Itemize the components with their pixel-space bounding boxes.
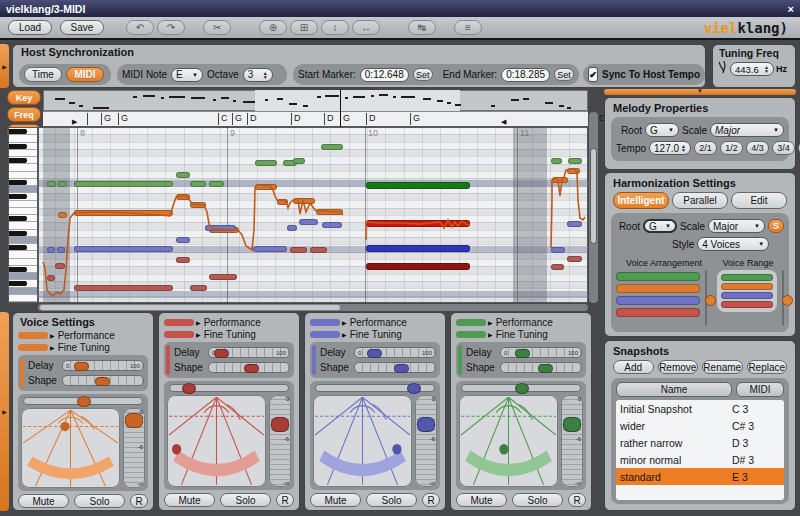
vibrato-display[interactable]: [459, 395, 558, 487]
piano-keyboard[interactable]: [8, 127, 38, 303]
performance-expander[interactable]: ▶Performance: [18, 330, 148, 340]
pan-knob[interactable]: [407, 383, 421, 394]
piano-key[interactable]: [9, 193, 37, 200]
pan-slider[interactable]: [23, 397, 143, 405]
name-column-header[interactable]: Name: [616, 382, 732, 397]
voice-bar[interactable]: [721, 274, 773, 281]
undo-icon[interactable]: ↶: [126, 20, 154, 35]
tempo-stepper[interactable]: 127.0▲▼: [649, 141, 691, 155]
delay-slider[interactable]: 0100: [354, 347, 436, 358]
piano-key[interactable]: [9, 259, 37, 266]
volume-fader[interactable]: 0-6-∞: [561, 395, 583, 487]
performance-expander[interactable]: ▶Performance: [456, 317, 586, 327]
pan-knob[interactable]: [77, 396, 91, 407]
split-tool-icon[interactable]: ↹: [408, 20, 436, 35]
black-key[interactable]: [9, 158, 27, 163]
arrangement-spread-slider[interactable]: [705, 270, 707, 326]
piano-key[interactable]: [9, 215, 37, 222]
voice-bar[interactable]: [616, 308, 700, 317]
vibrato-display[interactable]: [167, 395, 266, 487]
piano-key[interactable]: [9, 208, 37, 215]
tempo-ratio-2-1[interactable]: 2/1: [694, 141, 717, 155]
mute-button[interactable]: Mute: [164, 493, 215, 507]
time-mode-button[interactable]: Time: [24, 67, 62, 82]
tab-freq[interactable]: Freq: [7, 107, 41, 122]
voice-range-display[interactable]: [717, 270, 777, 312]
horizontal-scrollbar[interactable]: [38, 304, 588, 311]
start-marker-value[interactable]: 0:12.648: [360, 68, 409, 82]
playhead-cursor[interactable]: [340, 90, 341, 127]
fader-knob[interactable]: [125, 413, 143, 428]
solo-button[interactable]: Solo: [366, 493, 417, 507]
add-snapshot-button[interactable]: Add: [613, 360, 654, 374]
cut-icon[interactable]: ✂: [203, 20, 231, 35]
snapshot-row[interactable]: rather narrowD 3: [616, 434, 784, 451]
save-button[interactable]: Save: [60, 20, 104, 35]
midi-note-select[interactable]: E▼: [171, 68, 203, 82]
snapshot-row[interactable]: widerC# 3: [616, 417, 784, 434]
end-marker-value[interactable]: 0:18.285: [501, 68, 550, 82]
voice-reset-button[interactable]: R: [130, 494, 148, 508]
vibrato-display[interactable]: [21, 408, 120, 488]
piano-roll-grid[interactable]: 891011: [38, 127, 588, 303]
vibrato-display[interactable]: [313, 395, 412, 487]
expand-arrow-icon[interactable]: ▶: [342, 331, 347, 338]
pan-knob[interactable]: [515, 383, 529, 394]
piano-key[interactable]: [9, 150, 37, 157]
piano-key[interactable]: [9, 222, 37, 229]
fine-tuning-expander[interactable]: ▶Fine Tuning: [456, 329, 586, 339]
fader-knob[interactable]: [563, 417, 581, 432]
piano-key[interactable]: [9, 288, 37, 295]
voice-reset-button[interactable]: R: [568, 493, 586, 507]
voice-bar[interactable]: [616, 296, 700, 305]
performance-expander[interactable]: ▶Performance: [310, 317, 440, 327]
snap-to-scale-button[interactable]: S: [768, 219, 784, 233]
right-panel-collapse-handle[interactable]: ▼: [604, 89, 796, 95]
performance-expander[interactable]: ▶Performance: [164, 317, 294, 327]
fader-knob[interactable]: [417, 417, 435, 432]
zoom-all-icon[interactable]: ⊕: [259, 20, 287, 35]
slider-knob[interactable]: [705, 295, 716, 306]
voice-arrangement-display[interactable]: [616, 270, 700, 317]
rename-snapshot-button[interactable]: Rename: [702, 360, 743, 374]
piano-key[interactable]: [9, 143, 37, 150]
fine-tuning-expander[interactable]: ▶Fine Tuning: [310, 329, 440, 339]
harm-scale-select[interactable]: Major▼: [708, 219, 765, 233]
solo-button[interactable]: Solo: [220, 493, 271, 507]
pan-slider[interactable]: [169, 384, 289, 392]
slider-knob[interactable]: [394, 364, 409, 373]
set-start-button[interactable]: Set: [413, 68, 433, 81]
expand-arrow-icon[interactable]: ▶: [488, 331, 493, 338]
tempo-ratio-1-2[interactable]: 1/2: [720, 141, 743, 155]
black-key[interactable]: [9, 129, 27, 134]
song-overview[interactable]: [43, 90, 588, 111]
piano-key[interactable]: [9, 273, 37, 280]
piano-key[interactable]: [9, 135, 37, 142]
spinner-icon[interactable]: ▲▼: [679, 144, 686, 152]
delay-slider[interactable]: 0100: [208, 347, 290, 358]
range-spread-slider[interactable]: [782, 270, 784, 326]
tempo-ratio-3-4[interactable]: 3/4: [772, 141, 795, 155]
zoom-horizontal-icon[interactable]: ↔: [352, 20, 380, 35]
shape-slider[interactable]: [208, 362, 290, 373]
voice-reset-button[interactable]: R: [422, 493, 440, 507]
slider-knob[interactable]: [782, 295, 793, 306]
black-key[interactable]: [9, 267, 27, 272]
solo-button[interactable]: Solo: [74, 494, 125, 508]
harm-root-select[interactable]: G▼: [643, 219, 677, 233]
slider-knob[interactable]: [538, 364, 553, 373]
midi-mode-button[interactable]: MIDI: [66, 67, 104, 82]
voice-reset-button[interactable]: R: [276, 493, 294, 507]
slider-knob[interactable]: [244, 364, 259, 373]
voice-settings-collapse-handle[interactable]: ▶: [0, 312, 9, 511]
midi-routing-icon[interactable]: ≡: [454, 20, 482, 35]
pan-knob[interactable]: [182, 383, 196, 394]
black-key[interactable]: [9, 194, 27, 199]
horizontal-scroll-thumb[interactable]: [40, 305, 340, 310]
melody-scale-select[interactable]: Major▼: [710, 123, 784, 137]
expand-arrow-icon[interactable]: ▶: [50, 344, 55, 351]
voice-bar[interactable]: [721, 292, 773, 299]
mute-button[interactable]: Mute: [310, 493, 361, 507]
set-end-button[interactable]: Set: [554, 68, 574, 81]
slider-knob[interactable]: [214, 349, 229, 358]
